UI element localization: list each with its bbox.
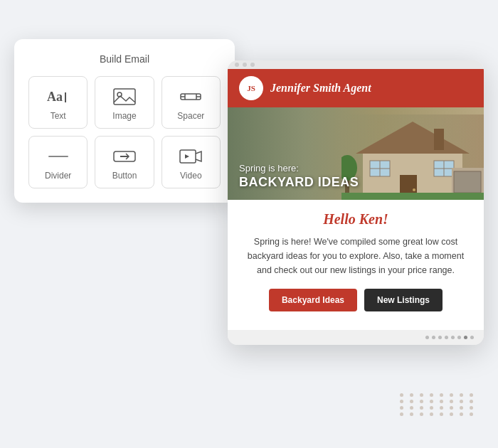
agent-logo: JS [239, 76, 263, 100]
video-label: Video [180, 171, 201, 181]
pagination-dot-4 [445, 336, 448, 339]
block-grid: Aa Text Image [28, 76, 221, 188]
svg-point-18 [413, 188, 415, 191]
pagination-dot-1 [425, 336, 429, 339]
svg-rect-26 [454, 171, 481, 193]
pagination-dot-8 [470, 336, 474, 339]
block-item-spacer[interactable]: Spacer [161, 76, 221, 129]
pagination-dot-3 [438, 336, 442, 339]
email-pagination [228, 330, 484, 345]
pagination-dot-2 [432, 336, 435, 339]
block-item-text[interactable]: Aa Text [28, 76, 88, 129]
video-icon [178, 146, 203, 166]
dots-decoration [400, 393, 477, 416]
spacer-icon [178, 87, 203, 107]
svg-rect-2 [114, 89, 135, 105]
button-icon [112, 146, 137, 166]
backyard-ideas-button[interactable]: Backyard Ideas [269, 289, 357, 311]
svg-text:Aa: Aa [47, 90, 63, 104]
agent-name: Jennifer Smith Agent [270, 82, 371, 95]
hero-title: BACKYARD IDEAS [239, 175, 359, 190]
house-illustration [341, 114, 484, 200]
divider-icon [46, 146, 71, 166]
device-dot-2 [243, 63, 247, 67]
scene: Build Email Aa Text [14, 18, 484, 430]
email-preview-card: JS Jennifer Smith Agent [228, 60, 484, 345]
email-header: JS Jennifer Smith Agent [228, 69, 484, 107]
email-hero: Spring is here: BACKYARD IDEAS [228, 107, 484, 200]
spacer-label: Spacer [177, 111, 204, 121]
button-label: Button [112, 171, 137, 181]
email-greeting: Hello Ken! [242, 211, 470, 228]
block-item-video[interactable]: Video [161, 136, 221, 188]
device-dot-3 [250, 63, 255, 67]
block-item-image[interactable]: Image [95, 76, 154, 129]
svg-marker-12 [185, 154, 189, 159]
svg-rect-16 [434, 129, 444, 150]
email-body: Hello Ken! Spring is here! We've compile… [228, 200, 484, 330]
build-email-panel: Build Email Aa Text [14, 39, 235, 203]
svg-rect-29 [341, 193, 484, 200]
block-item-button[interactable]: Button [95, 136, 154, 188]
pagination-dot-5 [451, 336, 455, 339]
image-icon [112, 87, 137, 107]
text-label: Text [51, 111, 66, 121]
divider-label: Divider [45, 171, 71, 181]
email-paragraph: Spring is here! We've compiled some grea… [242, 235, 470, 277]
build-email-title: Build Email [28, 53, 221, 65]
hero-subtitle: Spring is here: [239, 163, 359, 174]
dots-grid [400, 393, 477, 416]
new-listings-button[interactable]: New Listings [364, 289, 443, 311]
pagination-dot-7 [464, 336, 467, 339]
hero-text-overlay: Spring is here: BACKYARD IDEAS [239, 163, 359, 190]
text-icon: Aa [46, 87, 71, 107]
image-label: Image [112, 111, 136, 121]
device-dot-1 [235, 63, 239, 67]
device-top-bar [228, 60, 484, 69]
pagination-dot-6 [457, 336, 461, 339]
block-item-divider[interactable]: Divider [28, 136, 88, 188]
email-buttons: Backyard Ideas New Listings [242, 289, 470, 319]
email-content: JS Jennifer Smith Agent [228, 69, 484, 330]
